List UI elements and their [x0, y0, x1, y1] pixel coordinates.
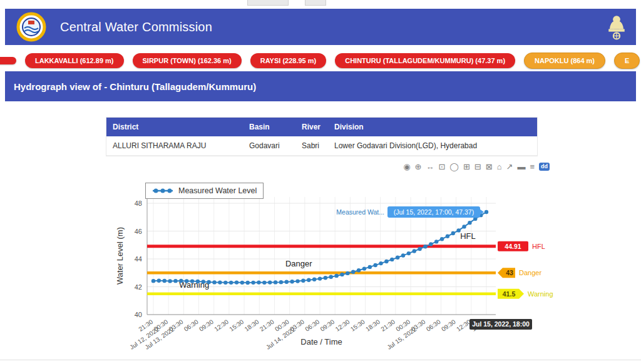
- box-select-icon[interactable]: ⊡: [438, 163, 445, 171]
- ref-badge-danger: 43: [506, 269, 513, 276]
- spikeline-icon[interactable]: ↗: [506, 163, 513, 171]
- measured-series-point: [440, 237, 444, 241]
- measured-series-point: [202, 280, 205, 283]
- app-title: Central Water Commission: [60, 20, 212, 34]
- cell-division: Lower Godavari Division(LGD), Hyderabad: [328, 136, 537, 156]
- measured-series-point: [223, 281, 227, 285]
- pan-icon[interactable]: ↔: [426, 163, 434, 171]
- measured-series-point: [340, 273, 344, 276]
- cell-district: ALLURI SITHARAMA RAJU: [106, 136, 243, 156]
- measured-series-point: [251, 281, 255, 285]
- measured-series-point: [346, 271, 349, 275]
- measured-series-point: [290, 280, 294, 283]
- measured-series-point: [462, 225, 466, 228]
- measured-series-point: [157, 279, 161, 283]
- legend-line-sample: [152, 187, 173, 195]
- bottom-divider: [0, 360, 641, 360]
- hydrograph-chart: ◉⊕↔⊡◯⊞⊟⊠⌂↗▬≡dd Measured Water Level 4042…: [113, 156, 601, 353]
- measured-series-point: [368, 265, 372, 269]
- y-tick-label: 42: [135, 283, 142, 291]
- x-tick-label: 09:30: [319, 318, 336, 333]
- x-tick-label: 15:30: [349, 318, 366, 333]
- measured-series-point: [229, 281, 233, 285]
- measured-series-point: [274, 280, 277, 284]
- measured-series-point: [418, 247, 421, 251]
- autoscale-icon[interactable]: ⊠: [486, 163, 493, 171]
- lasso-icon[interactable]: ◯: [449, 163, 459, 171]
- station-button-napoklu[interactable]: NAPOKLU (864 m): [524, 53, 605, 69]
- measured-series-point: [351, 270, 355, 273]
- measured-series-point: [151, 279, 155, 283]
- x-tick-label: 12:30: [334, 318, 351, 333]
- column-header-river: River: [295, 118, 328, 136]
- ref-label-hfl: HFL: [532, 243, 545, 250]
- measured-series-point: [407, 251, 411, 255]
- station-button-e[interactable]: E: [614, 53, 640, 69]
- x-tick-label: 09:30: [440, 318, 457, 333]
- cwc-logo-icon: [16, 12, 46, 42]
- hydrograph-banner: Hydrograph view of - Chinturu (Tallagude…: [5, 71, 636, 101]
- reset-axes-icon[interactable]: ⌂: [497, 163, 502, 171]
- x-tick-label: 03:30: [289, 318, 305, 333]
- station-button-sirpur[interactable]: SIRPUR (TOWN) (162.36 m): [133, 53, 242, 68]
- top-tab-remnant: [305, 0, 326, 6]
- hover-series-label: Measured Wat...: [336, 208, 384, 216]
- measured-series-point: [190, 279, 194, 283]
- measured-series-point: [212, 280, 216, 284]
- cell-river: Sabri: [295, 136, 328, 156]
- measured-series-point: [179, 279, 183, 283]
- station-button-raysi[interactable]: RAYSI (228.95 m): [250, 53, 326, 68]
- ref-badge-warning: 41.5: [503, 290, 516, 298]
- plotly-logo-icon[interactable]: dd: [539, 163, 550, 171]
- y-tick-label: 44: [135, 255, 142, 263]
- annotation-hfl: HFL: [460, 231, 476, 241]
- zoom-icon[interactable]: ⊕: [415, 163, 422, 171]
- hover-closest-icon[interactable]: ▬: [517, 163, 525, 171]
- top-tab-remnant: [247, 0, 289, 6]
- plotly-modebar: ◉⊕↔⊡◯⊞⊟⊠⌂↗▬≡dd: [403, 163, 550, 171]
- measured-series-point: [185, 279, 188, 283]
- hover-x-label: Jul 15, 2022, 18:00: [472, 320, 530, 328]
- station-button-partial-0[interactable]: [0, 57, 16, 64]
- y-tick-label: 40: [135, 311, 142, 318]
- measured-series-point: [257, 280, 260, 284]
- measured-series-point: [196, 280, 200, 283]
- ref-label-danger: Danger: [519, 269, 541, 276]
- x-tick-label: 06:30: [183, 318, 200, 333]
- measured-series-point: [279, 280, 283, 284]
- station-button-lakkavalli[interactable]: LAKKAVALLI (612.89 m): [25, 53, 124, 68]
- measured-series-point: [268, 280, 272, 284]
- x-axis-title: Date / Time: [300, 337, 342, 346]
- ref-label-warning: Warning: [528, 290, 553, 298]
- india-emblem-icon: [606, 12, 627, 42]
- camera-icon[interactable]: ◉: [403, 163, 410, 171]
- measured-series-point: [173, 279, 177, 283]
- measured-series-point: [240, 281, 244, 285]
- hover-compare-icon[interactable]: ≡: [530, 163, 535, 171]
- x-tick-label: 21:30: [379, 318, 396, 333]
- y-tick-label: 48: [135, 200, 142, 207]
- zoom-in-icon[interactable]: ⊞: [463, 163, 470, 171]
- page-title: Hydrograph view of - Chinturu (Tallagude…: [14, 81, 256, 92]
- measured-series-point: [373, 263, 377, 267]
- legend-label: Measured Water Level: [178, 186, 257, 195]
- measured-series-point: [446, 235, 449, 238]
- y-tick-label: 46: [135, 228, 142, 235]
- measured-series-point: [396, 256, 399, 260]
- column-header-basin: Basin: [243, 118, 295, 136]
- app-header: Central Water Commission: [5, 9, 636, 45]
- x-tick-label: 21:30: [259, 318, 275, 333]
- measured-series-point: [485, 210, 488, 214]
- station-button-chinturu[interactable]: CHINTURU (TALLAGUDEM/KUMMURU) (47.37 m): [335, 53, 515, 68]
- measured-series-point: [324, 276, 327, 280]
- measured-series-point: [362, 266, 366, 270]
- chart-legend[interactable]: Measured Water Level: [145, 183, 264, 199]
- hover-point-label: (Jul 15, 2022, 17:00, 47.37): [394, 208, 474, 216]
- measured-series-point: [235, 280, 238, 284]
- annotation-danger: Danger: [285, 259, 312, 268]
- measured-series-point: [413, 249, 416, 253]
- zoom-out-icon[interactable]: ⊟: [474, 163, 481, 171]
- measured-series-point: [429, 242, 433, 246]
- table-header-row: District Basin River Division: [106, 118, 537, 136]
- measured-series-point: [423, 245, 427, 248]
